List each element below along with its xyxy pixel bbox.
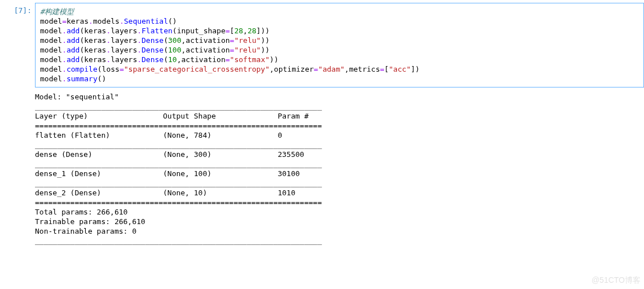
code-token: models <box>93 17 120 25</box>
output-model-name: Model: "sequential" <box>35 93 119 101</box>
code-token: )) <box>261 36 270 45</box>
cell-prompt: [7]: <box>0 3 35 15</box>
code-token: )) <box>270 55 279 64</box>
code-token: , <box>270 65 274 73</box>
code-token: , <box>243 27 248 35</box>
code-token: model <box>40 36 62 45</box>
code-token: add <box>67 36 80 45</box>
code-token: Dense <box>142 55 164 64</box>
code-token: activation <box>186 36 230 45</box>
code-input-area[interactable]: #构建模型 model=keras.models.Sequential() mo… <box>35 3 644 87</box>
code-token: . <box>62 65 67 73</box>
code-token: ( <box>164 46 168 54</box>
code-token: "acc" <box>389 65 411 73</box>
code-token: ])) <box>257 27 270 35</box>
output-row: dense_2 (Dense) (None, 10) 1010 <box>35 189 322 197</box>
code-token: 300 <box>168 36 181 45</box>
code-token: add <box>67 27 80 35</box>
output-row: flatten (Flatten) (None, 784) 0 <box>35 131 322 139</box>
code-token: layers <box>111 27 137 35</box>
code-token: . <box>62 27 67 35</box>
code-token: . <box>137 27 142 35</box>
code-token: keras <box>84 27 106 35</box>
code-token: = <box>380 65 385 73</box>
code-token: loss <box>102 65 120 73</box>
code-token: keras <box>84 46 106 54</box>
output-divider: ========================================… <box>35 198 322 207</box>
code-token: . <box>137 36 142 45</box>
code-token: model <box>40 17 62 25</box>
code-token: Sequential <box>124 17 168 25</box>
output-divider: ________________________________________… <box>35 237 322 245</box>
code-token: keras <box>67 17 89 25</box>
output-divider: ========================================… <box>35 121 322 130</box>
code-token: 10 <box>168 55 177 64</box>
code-token: layers <box>111 36 137 45</box>
code-token: summary <box>67 75 98 83</box>
code-token: add <box>67 46 80 54</box>
code-token: ( <box>173 27 177 35</box>
code-token: optimizer <box>274 65 314 73</box>
code-token: activation <box>186 46 230 54</box>
code-token: = <box>314 65 318 73</box>
code-token: keras <box>84 55 106 64</box>
code-token: () <box>98 75 107 83</box>
output-divider: ________________________________________… <box>35 141 322 149</box>
output-header: Layer (type) Output Shape Param # <box>35 112 322 120</box>
code-token: Flatten <box>142 27 173 35</box>
output-nontrainable-params: Non-trainable params: 0 <box>35 227 136 235</box>
code-token: model <box>40 27 62 35</box>
code-token: . <box>120 17 124 25</box>
code-token: ( <box>98 65 102 73</box>
code-token: "relu" <box>234 46 261 54</box>
code-token: "sparse_categorical_crossentropy" <box>124 65 270 73</box>
code-token: metrics <box>349 65 380 73</box>
output-divider: ________________________________________… <box>35 102 322 111</box>
code-token: () <box>168 17 177 25</box>
code-token: . <box>137 55 142 64</box>
watermark: @51CTO博客 <box>592 275 641 286</box>
code-token: Dense <box>142 36 164 45</box>
code-token: ( <box>164 55 168 64</box>
output-divider: ________________________________________… <box>35 179 322 187</box>
code-token: compile <box>67 65 98 73</box>
code-token: = <box>120 65 124 73</box>
code-token: layers <box>111 46 137 54</box>
code-token: 28 <box>248 27 257 35</box>
code-token: "softmax" <box>230 55 270 64</box>
code-token: ( <box>164 36 168 45</box>
code-token: "adam" <box>318 65 345 73</box>
code-token: activation <box>182 55 226 64</box>
output-row: dense (Dense) (None, 300) 235500 <box>35 150 322 159</box>
code-token: 28 <box>234 27 243 35</box>
code-token: model <box>40 65 62 73</box>
code-token: . <box>62 75 67 83</box>
code-cell: [7]: #构建模型 model=keras.models.Sequential… <box>0 0 644 87</box>
cell-output: Model: "sequential" ____________________… <box>35 87 644 246</box>
output-total-params: Total params: 266,610 <box>35 208 127 216</box>
code-token: model <box>40 55 62 64</box>
code-token: "relu" <box>234 36 261 45</box>
output-trainable-params: Trainable params: 266,610 <box>35 217 145 226</box>
code-token: = <box>62 17 67 25</box>
code-token: model <box>40 46 62 54</box>
code-token: ]) <box>411 65 420 73</box>
code-token: . <box>89 17 93 25</box>
code-token: 100 <box>168 46 181 54</box>
code-token: . <box>62 36 67 45</box>
code-token: input_shape <box>177 27 226 35</box>
code-token: = <box>226 55 230 64</box>
output-divider: ________________________________________… <box>35 160 322 168</box>
code-token: model <box>40 75 62 83</box>
code-comment: #构建模型 <box>40 7 74 16</box>
code-token: keras <box>84 36 106 45</box>
code-token: = <box>226 27 230 35</box>
code-token: , <box>345 65 349 73</box>
code-token: , <box>177 55 182 64</box>
code-token: layers <box>111 55 137 64</box>
code-token: . <box>62 55 67 64</box>
code-token: . <box>137 46 142 54</box>
code-token: add <box>67 55 80 64</box>
code-token: . <box>62 46 67 54</box>
code-token: )) <box>261 46 270 54</box>
